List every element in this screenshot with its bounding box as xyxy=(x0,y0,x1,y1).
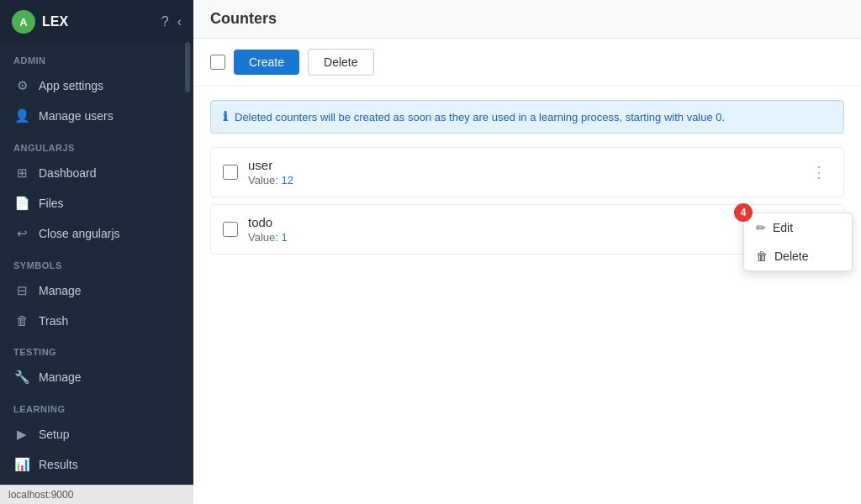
sidebar-item-manage-users-label: Manage users xyxy=(39,109,114,123)
counter-info-todo: todo Value: 1 xyxy=(248,215,806,244)
context-menu-item-edit[interactable]: ✏ Edit xyxy=(744,213,852,242)
context-menu-edit-label: Edit xyxy=(773,221,793,234)
testing-section-label: Testing xyxy=(0,335,193,362)
sidebar-item-app-settings-label: App settings xyxy=(39,79,103,92)
sidebar-item-app-settings[interactable]: ⚙ App settings xyxy=(0,71,193,101)
sidebar-item-learning-setup[interactable]: ▶ Setup xyxy=(0,419,193,449)
sidebar-item-learning-results[interactable]: 📊 Results xyxy=(0,449,193,480)
results-icon: 📊 xyxy=(13,457,30,472)
dashboard-icon: ⊞ xyxy=(13,165,30,181)
counter-checkbox-todo[interactable] xyxy=(223,222,238,237)
context-menu-badge: 4 xyxy=(734,203,753,222)
sidebar-item-dashboard-label: Dashboard xyxy=(39,166,97,180)
trash-icon: 🗑 xyxy=(13,313,30,328)
gear-icon: ⚙ xyxy=(13,78,30,93)
file-icon: 📄 xyxy=(13,196,30,211)
info-banner-text: Deleted counters will be created as soon… xyxy=(235,111,725,123)
symbols-section-label: Symbols xyxy=(0,249,193,276)
sidebar-item-close-angularjs-label: Close angularjs xyxy=(39,227,120,240)
status-url: localhost:9000 xyxy=(8,489,73,501)
status-bar: localhost:9000 xyxy=(0,485,193,504)
users-icon: 👤 xyxy=(13,108,30,123)
app-name: LEX xyxy=(42,14,68,29)
page-title: Counters xyxy=(210,10,277,27)
delete-icon: 🗑 xyxy=(756,249,768,263)
sidebar-item-symbols-trash[interactable]: 🗑 Trash xyxy=(0,306,193,335)
sidebar-item-dashboard[interactable]: ⊞ Dashboard xyxy=(0,158,193,188)
sidebar-header-icons: ? ‹ xyxy=(161,14,182,29)
scroll-indicator xyxy=(185,42,190,92)
sidebar-item-symbols-manage-label: Manage xyxy=(39,284,82,297)
sidebar-item-files[interactable]: 📄 Files xyxy=(0,188,193,218)
counter-checkbox-user[interactable] xyxy=(223,165,238,180)
admin-section-label: Admin xyxy=(0,44,193,71)
logo-letter: A xyxy=(19,16,27,29)
edit-icon: ✏ xyxy=(756,221,766,234)
toolbar: Create Delete xyxy=(193,39,861,87)
counter-value-user: Value: 12 xyxy=(248,174,806,186)
sidebar-item-symbols-manage[interactable]: ⊟ Manage xyxy=(0,276,193,306)
sidebar-item-testing-manage-label: Manage xyxy=(39,370,82,384)
main-content: Counters Create Delete ℹ Deleted counter… xyxy=(193,0,861,504)
learning-section-label: Learning xyxy=(0,392,193,419)
sidebar-item-learning-setup-label: Setup xyxy=(39,428,70,441)
context-menu-item-delete[interactable]: 🗑 Delete xyxy=(744,242,852,270)
counter-menu-button-user[interactable]: ⋮ xyxy=(806,160,832,185)
counter-value-num-user: 12 xyxy=(282,174,293,186)
counter-name-user: user xyxy=(248,158,806,172)
delete-button[interactable]: Delete xyxy=(308,49,373,76)
sidebar-item-symbols-trash-label: Trash xyxy=(39,314,68,328)
sidebar-item-close-angularjs[interactable]: ↩ Close angularjs xyxy=(0,218,193,249)
context-menu-delete-label: Delete xyxy=(774,249,808,263)
angularjs-section-label: angularjs xyxy=(0,131,193,158)
collapse-icon[interactable]: ‹ xyxy=(177,14,182,29)
manage-icon: ⊟ xyxy=(13,283,30,298)
setup-icon: ▶ xyxy=(13,427,30,442)
sidebar-item-testing-manage[interactable]: 🔧 Manage xyxy=(0,362,193,392)
page-header: Counters xyxy=(193,0,861,39)
counter-value-todo: Value: 1 xyxy=(248,231,806,244)
testing-manage-icon: 🔧 xyxy=(13,370,30,385)
logo-circle: A xyxy=(12,10,35,34)
select-all-checkbox[interactable] xyxy=(210,55,225,70)
counter-name-todo: todo xyxy=(248,215,806,229)
close-angularjs-icon: ↩ xyxy=(13,226,30,241)
info-banner: ℹ Deleted counters will be created as so… xyxy=(210,100,844,134)
content-area: user Value: 12 ⋮ todo Value: 1 ⋮ xyxy=(193,147,861,261)
sidebar-header: A LEX ? ‹ xyxy=(0,0,193,44)
sidebar: A LEX ? ‹ Admin ⚙ App settings 👤 Manage … xyxy=(0,0,193,504)
logo-area: A LEX xyxy=(12,10,68,34)
counter-row-user: user Value: 12 ⋮ xyxy=(210,147,844,197)
sidebar-item-manage-users[interactable]: 👤 Manage users xyxy=(0,101,193,131)
create-button[interactable]: Create xyxy=(234,50,299,75)
sidebar-item-files-label: Files xyxy=(39,197,64,210)
help-icon[interactable]: ? xyxy=(161,14,169,29)
context-menu: 4 ✏ Edit 🗑 Delete xyxy=(743,213,853,271)
counter-row-wrapper-todo: todo Value: 1 ⋮ 4 ✏ Edit 🗑 xyxy=(210,204,844,255)
app-container: A LEX ? ‹ Admin ⚙ App settings 👤 Manage … xyxy=(0,0,861,504)
counter-value-num-todo: 1 xyxy=(282,231,288,244)
sidebar-item-learning-results-label: Results xyxy=(39,458,78,471)
info-icon: ℹ xyxy=(223,109,228,124)
counter-info-user: user Value: 12 xyxy=(248,158,806,186)
